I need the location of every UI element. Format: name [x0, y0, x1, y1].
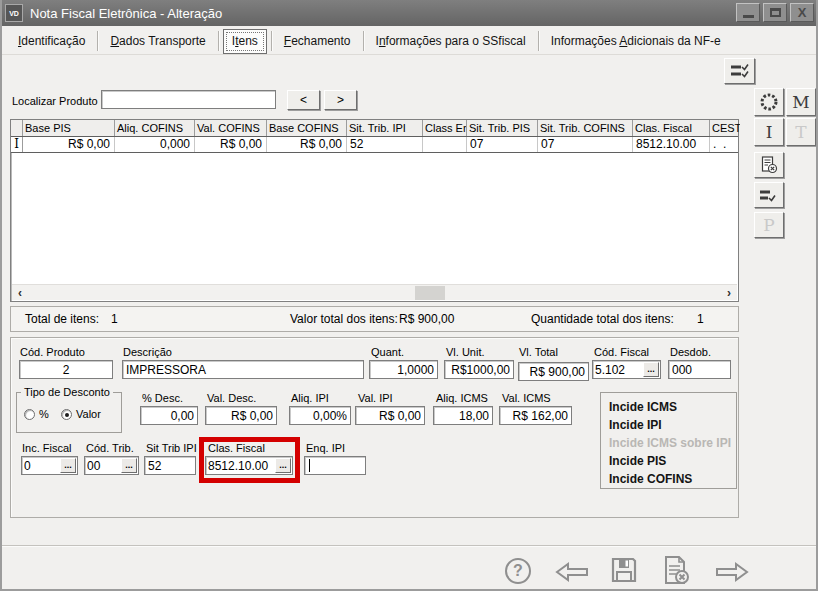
- incide-listbox[interactable]: Incide ICMS Incide IPI Incide ICMS sobre…: [600, 392, 737, 489]
- m-button[interactable]: M: [786, 88, 816, 116]
- tab-itens[interactable]: Itens: [223, 29, 267, 54]
- clas-fiscal-input[interactable]: [206, 457, 275, 474]
- cod-trib-field[interactable]: ...: [84, 456, 139, 475]
- help-icon: ?: [513, 562, 523, 580]
- perc-desc-field[interactable]: [140, 406, 198, 425]
- t-letter: T: [795, 122, 806, 142]
- cell-sit-trib-pis[interactable]: 07: [467, 137, 538, 152]
- items-qty-label: Quantidade total dos itens:: [531, 307, 674, 331]
- cod-fiscal-field[interactable]: ...: [592, 360, 661, 379]
- grid-header-base-pis[interactable]: Base PIS: [23, 120, 115, 136]
- tab-informacoes-adicionais-nfe[interactable]: Informações Adicionais da NF-e: [539, 29, 733, 54]
- clas-fiscal-lookup-button[interactable]: ...: [275, 458, 291, 473]
- items-qty-value: 1: [697, 307, 704, 331]
- back-arrow-icon: [554, 560, 590, 584]
- inc-fiscal-lookup-button[interactable]: ...: [60, 458, 76, 473]
- tab-strip: Identificação Dados Transporte Itens Fec…: [2, 28, 816, 55]
- back-button[interactable]: [554, 560, 590, 588]
- tab-separator: [218, 31, 219, 51]
- scrollbar-thumb[interactable]: [415, 286, 445, 300]
- close-button[interactable]: X: [790, 3, 814, 22]
- help-button[interactable]: ?: [505, 558, 531, 584]
- cancel-note-button[interactable]: [660, 555, 692, 591]
- inc-fiscal-input[interactable]: [22, 457, 60, 474]
- cell-cest[interactable]: . .: [710, 137, 740, 152]
- incide-icms-item[interactable]: Incide ICMS: [609, 398, 736, 416]
- cell-sit-trib-ipi[interactable]: 52: [347, 137, 423, 152]
- tab-fechamento[interactable]: Fechamento: [272, 29, 363, 54]
- grid-header-val-cofins[interactable]: Val. COFINS: [195, 120, 267, 136]
- grid-header-cest[interactable]: CEST: [710, 120, 740, 136]
- cod-fiscal-input[interactable]: [593, 361, 643, 378]
- scroll-right-arrow-icon[interactable]: ›: [721, 286, 737, 300]
- cell-sit-trib-cofins[interactable]: 07: [538, 137, 633, 152]
- grid-data-row[interactable]: I R$ 0,00 0,000 R$ 0,00 R$ 0,00 52 07 07…: [11, 137, 738, 153]
- tab-identificacao[interactable]: Identificação: [6, 29, 97, 54]
- grid-header-base-cofins[interactable]: Base COFINS: [267, 120, 347, 136]
- cell-clas-fiscal[interactable]: 8512.10.00: [633, 137, 710, 152]
- cell-val-cofins[interactable]: R$ 0,00: [195, 137, 267, 152]
- minimize-button[interactable]: [736, 3, 760, 22]
- locator-input[interactable]: [101, 90, 276, 109]
- cell-base-cofins[interactable]: R$ 0,00: [267, 137, 347, 152]
- cod-produto-field[interactable]: [19, 360, 113, 379]
- radio-valor-icon: [61, 409, 72, 420]
- descricao-field[interactable]: [122, 360, 364, 379]
- save-button[interactable]: [610, 556, 638, 588]
- items-value-value: R$ 900,00: [399, 307, 454, 331]
- app-icon: VD: [5, 4, 23, 22]
- next-item-button[interactable]: >: [324, 90, 357, 110]
- cod-trib-input[interactable]: [85, 457, 121, 474]
- radio-percent-icon: [24, 409, 35, 420]
- forward-button[interactable]: [714, 560, 750, 588]
- grid-horizontal-scrollbar[interactable]: ‹ ›: [12, 284, 737, 300]
- cell-base-pis[interactable]: R$ 0,00: [23, 137, 115, 152]
- vl-total-field[interactable]: [518, 362, 589, 381]
- val-ipi-field[interactable]: [355, 406, 425, 425]
- aliq-ipi-field[interactable]: [289, 406, 351, 425]
- cell-aliq-cofins[interactable]: 0,000: [115, 137, 195, 152]
- row-edit-indicator: I: [11, 137, 23, 152]
- quant-label: Quant.: [371, 346, 404, 358]
- vl-unit-field[interactable]: [444, 360, 514, 379]
- check-list-button[interactable]: [754, 182, 784, 208]
- cod-trib-lookup-button[interactable]: ...: [121, 458, 137, 473]
- grid-header-sit-trib-cofins[interactable]: Sit. Trib. COFINS: [538, 120, 633, 136]
- badge-button[interactable]: [754, 88, 784, 116]
- tab-informacoes-ssfiscal[interactable]: Informações para o SSfiscal: [364, 29, 538, 54]
- total-items-value: 1: [111, 307, 118, 331]
- i-button[interactable]: I: [754, 118, 784, 146]
- incide-cofins-item[interactable]: Incide COFINS: [609, 470, 736, 488]
- val-desc-field[interactable]: [205, 406, 277, 425]
- val-ipi-label: Val. IPI: [358, 392, 393, 404]
- incide-pis-item[interactable]: Incide PIS: [609, 452, 736, 470]
- scroll-left-arrow-icon[interactable]: ‹: [12, 286, 28, 300]
- grid-header-clas-fiscal[interactable]: Clas. Fiscal: [633, 120, 710, 136]
- enq-ipi-field[interactable]: [304, 456, 366, 475]
- vl-unit-label: Vl. Unit.: [446, 346, 485, 358]
- cancel-document-button[interactable]: [754, 152, 784, 178]
- inc-fiscal-field[interactable]: ...: [21, 456, 78, 475]
- maximize-icon: [770, 8, 781, 17]
- close-icon: X: [798, 6, 807, 19]
- desdob-field[interactable]: [668, 360, 731, 379]
- title-bar: VD Nota Fiscal Eletrônica - Alteração X: [0, 0, 818, 26]
- sit-trib-ipi-field[interactable]: [144, 456, 196, 475]
- previous-item-button[interactable]: <: [287, 90, 320, 110]
- radio-percent[interactable]: %: [24, 408, 49, 420]
- cell-class-er[interactable]: [423, 137, 467, 152]
- maximize-button[interactable]: [763, 3, 787, 22]
- grid-header-aliq-cofins[interactable]: Aliq. COFINS: [115, 120, 195, 136]
- cod-fiscal-lookup-button[interactable]: ...: [643, 362, 659, 377]
- grid-header-sit-trib-ipi[interactable]: Sit. Trib. IPI: [347, 120, 423, 136]
- val-icms-field[interactable]: [499, 406, 572, 425]
- clas-fiscal-field[interactable]: ...: [205, 456, 293, 475]
- radio-valor[interactable]: Valor: [61, 408, 101, 420]
- incide-ipi-item[interactable]: Incide IPI: [609, 416, 736, 434]
- grid-header-sit-trib-pis[interactable]: Sit. Trib. PIS: [467, 120, 538, 136]
- aliq-icms-field[interactable]: [433, 406, 493, 425]
- quant-field[interactable]: [369, 360, 438, 379]
- tab-dados-transporte[interactable]: Dados Transporte: [98, 29, 217, 54]
- grid-header-class-er[interactable]: Class Er: [423, 120, 467, 136]
- check-all-items-button[interactable]: [724, 58, 755, 84]
